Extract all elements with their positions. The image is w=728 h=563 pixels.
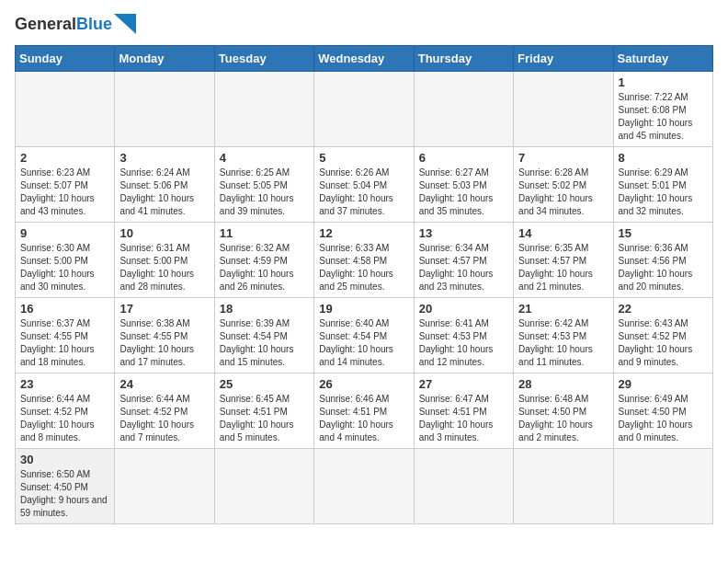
logo: GeneralBlue — [15, 15, 136, 34]
day-number: 30 — [20, 453, 109, 466]
calendar-cell: 23Sunrise: 6:44 AM Sunset: 4:52 PM Dayli… — [16, 373, 115, 449]
calendar-cell: 10Sunrise: 6:31 AM Sunset: 5:00 PM Dayli… — [115, 223, 214, 298]
day-number: 27 — [419, 377, 508, 391]
calendar-cell — [314, 72, 414, 147]
svg-marker-0 — [114, 14, 136, 34]
logo-icon — [114, 14, 136, 34]
weekday-header-tuesday: Tuesday — [214, 46, 313, 72]
day-number: 9 — [20, 226, 109, 240]
day-number: 2 — [20, 151, 109, 165]
day-info: Sunrise: 6:45 AM Sunset: 4:51 PM Dayligh… — [220, 393, 309, 444]
day-number: 25 — [220, 377, 309, 391]
calendar-cell: 30Sunrise: 6:50 AM Sunset: 4:50 PM Dayli… — [16, 449, 115, 524]
day-info: Sunrise: 6:28 AM Sunset: 5:02 PM Dayligh… — [518, 167, 608, 218]
day-number: 13 — [419, 226, 508, 240]
day-info: Sunrise: 6:25 AM Sunset: 5:05 PM Dayligh… — [220, 167, 309, 218]
day-number: 22 — [619, 302, 708, 316]
calendar-cell — [115, 449, 214, 524]
weekday-header-saturday: Saturday — [613, 46, 712, 72]
day-info: Sunrise: 6:23 AM Sunset: 5:07 PM Dayligh… — [20, 167, 109, 218]
day-info: Sunrise: 6:34 AM Sunset: 4:57 PM Dayligh… — [419, 242, 508, 293]
calendar-cell — [115, 72, 214, 147]
day-number: 4 — [220, 151, 309, 165]
calendar-cell: 17Sunrise: 6:38 AM Sunset: 4:55 PM Dayli… — [115, 298, 214, 373]
day-number: 12 — [319, 226, 408, 240]
calendar-cell: 12Sunrise: 6:33 AM Sunset: 4:58 PM Dayli… — [314, 223, 414, 298]
day-info: Sunrise: 6:40 AM Sunset: 4:54 PM Dayligh… — [319, 317, 408, 369]
calendar-cell: 13Sunrise: 6:34 AM Sunset: 4:57 PM Dayli… — [414, 223, 513, 298]
day-info: Sunrise: 6:29 AM Sunset: 5:01 PM Dayligh… — [619, 167, 708, 218]
weekday-header-monday: Monday — [115, 46, 214, 72]
day-number: 21 — [518, 302, 608, 316]
day-info: Sunrise: 6:32 AM Sunset: 4:59 PM Dayligh… — [220, 242, 309, 293]
calendar-cell — [414, 449, 513, 524]
calendar-cell: 21Sunrise: 6:42 AM Sunset: 4:53 PM Dayli… — [514, 298, 613, 373]
calendar-cell: 9Sunrise: 6:30 AM Sunset: 5:00 PM Daylig… — [16, 223, 115, 298]
day-info: Sunrise: 6:43 AM Sunset: 4:52 PM Dayligh… — [619, 317, 708, 369]
day-info: Sunrise: 6:36 AM Sunset: 4:56 PM Dayligh… — [619, 242, 708, 293]
day-info: Sunrise: 6:35 AM Sunset: 4:57 PM Dayligh… — [518, 242, 608, 293]
day-number: 1 — [619, 75, 708, 89]
day-info: Sunrise: 6:33 AM Sunset: 4:58 PM Dayligh… — [319, 242, 408, 293]
calendar-cell — [613, 449, 712, 524]
weekday-header-sunday: Sunday — [16, 46, 115, 72]
day-number: 6 — [419, 151, 508, 165]
day-info: Sunrise: 6:31 AM Sunset: 5:00 PM Dayligh… — [119, 242, 209, 293]
day-info: Sunrise: 6:24 AM Sunset: 5:06 PM Dayligh… — [119, 167, 209, 218]
day-number: 18 — [220, 302, 309, 316]
day-info: Sunrise: 6:41 AM Sunset: 4:53 PM Dayligh… — [419, 317, 508, 369]
calendar-cell: 28Sunrise: 6:48 AM Sunset: 4:50 PM Dayli… — [514, 373, 613, 449]
day-number: 16 — [20, 302, 109, 316]
day-info: Sunrise: 6:50 AM Sunset: 4:50 PM Dayligh… — [20, 468, 109, 520]
day-number: 3 — [119, 151, 209, 165]
day-number: 14 — [518, 226, 608, 240]
day-info: Sunrise: 6:37 AM Sunset: 4:55 PM Dayligh… — [20, 317, 109, 369]
calendar-cell: 6Sunrise: 6:27 AM Sunset: 5:03 PM Daylig… — [414, 147, 513, 223]
day-number: 29 — [619, 377, 708, 391]
day-info: Sunrise: 6:44 AM Sunset: 4:52 PM Dayligh… — [20, 393, 109, 444]
calendar-cell: 4Sunrise: 6:25 AM Sunset: 5:05 PM Daylig… — [214, 147, 313, 223]
day-info: Sunrise: 6:39 AM Sunset: 4:54 PM Dayligh… — [220, 317, 309, 369]
calendar-cell: 14Sunrise: 6:35 AM Sunset: 4:57 PM Dayli… — [514, 223, 613, 298]
calendar-cell — [214, 449, 313, 524]
calendar-cell — [514, 449, 613, 524]
day-number: 28 — [518, 377, 608, 391]
calendar-cell: 27Sunrise: 6:47 AM Sunset: 4:51 PM Dayli… — [414, 373, 513, 449]
day-info: Sunrise: 6:27 AM Sunset: 5:03 PM Dayligh… — [419, 167, 508, 218]
calendar-cell — [414, 72, 513, 147]
day-info: Sunrise: 6:46 AM Sunset: 4:51 PM Dayligh… — [319, 393, 408, 444]
day-info: Sunrise: 6:26 AM Sunset: 5:04 PM Dayligh… — [319, 167, 408, 218]
header: GeneralBlue — [15, 15, 713, 34]
weekday-header-friday: Friday — [514, 46, 613, 72]
day-info: Sunrise: 6:38 AM Sunset: 4:55 PM Dayligh… — [119, 317, 209, 369]
calendar-cell: 1Sunrise: 7:22 AM Sunset: 6:08 PM Daylig… — [613, 72, 712, 147]
calendar-cell: 19Sunrise: 6:40 AM Sunset: 4:54 PM Dayli… — [314, 298, 414, 373]
calendar-cell — [314, 449, 414, 524]
calendar-cell: 11Sunrise: 6:32 AM Sunset: 4:59 PM Dayli… — [214, 223, 313, 298]
day-info: Sunrise: 6:48 AM Sunset: 4:50 PM Dayligh… — [518, 393, 608, 444]
calendar-cell: 5Sunrise: 6:26 AM Sunset: 5:04 PM Daylig… — [314, 147, 414, 223]
day-number: 17 — [119, 302, 209, 316]
day-number: 7 — [518, 151, 608, 165]
day-number: 11 — [220, 226, 309, 240]
day-number: 24 — [119, 377, 209, 391]
calendar-cell: 3Sunrise: 6:24 AM Sunset: 5:06 PM Daylig… — [115, 147, 214, 223]
calendar: SundayMondayTuesdayWednesdayThursdayFrid… — [15, 45, 713, 524]
day-number: 23 — [20, 377, 109, 391]
day-number: 8 — [619, 151, 708, 165]
calendar-cell: 29Sunrise: 6:49 AM Sunset: 4:50 PM Dayli… — [613, 373, 712, 449]
day-info: Sunrise: 7:22 AM Sunset: 6:08 PM Dayligh… — [619, 91, 708, 143]
calendar-cell: 2Sunrise: 6:23 AM Sunset: 5:07 PM Daylig… — [16, 147, 115, 223]
day-info: Sunrise: 6:44 AM Sunset: 4:52 PM Dayligh… — [119, 393, 209, 444]
calendar-cell — [214, 72, 313, 147]
logo-text: GeneralBlue — [15, 15, 112, 34]
day-number: 19 — [319, 302, 408, 316]
calendar-cell: 18Sunrise: 6:39 AM Sunset: 4:54 PM Dayli… — [214, 298, 313, 373]
weekday-header-thursday: Thursday — [414, 46, 513, 72]
calendar-cell — [514, 72, 613, 147]
day-number: 5 — [319, 151, 408, 165]
day-info: Sunrise: 6:49 AM Sunset: 4:50 PM Dayligh… — [619, 393, 708, 444]
calendar-cell: 15Sunrise: 6:36 AM Sunset: 4:56 PM Dayli… — [613, 223, 712, 298]
day-info: Sunrise: 6:30 AM Sunset: 5:00 PM Dayligh… — [20, 242, 109, 293]
calendar-cell: 7Sunrise: 6:28 AM Sunset: 5:02 PM Daylig… — [514, 147, 613, 223]
